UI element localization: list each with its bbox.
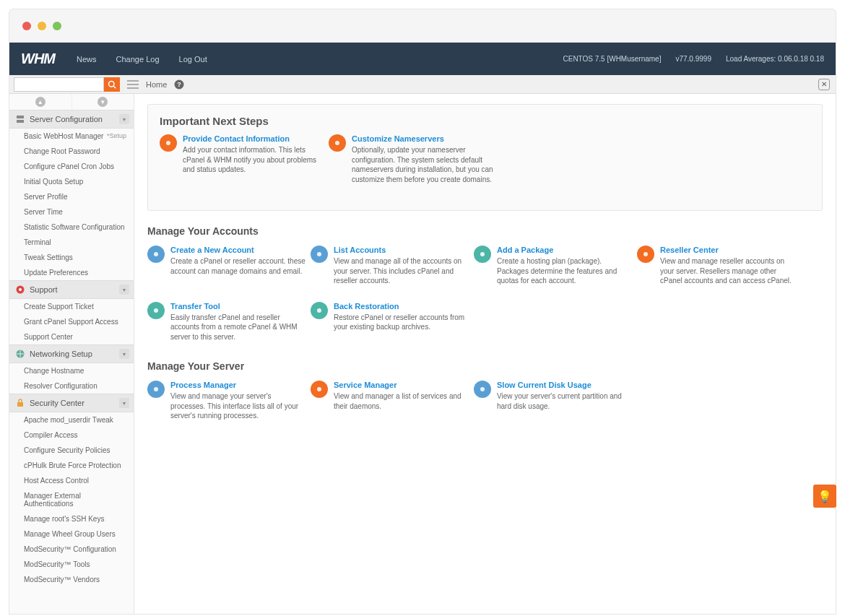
card-acc-1: List AccountsView and manage all of the … [311, 246, 471, 286]
search-input[interactable] [14, 77, 104, 92]
gear-icon [329, 134, 346, 152]
sidebar-item-0-9[interactable]: Update Preferences [9, 265, 134, 280]
card-desc: View and manager a list of services and … [334, 391, 471, 411]
sidebar-item-3-5[interactable]: Manager External Authentications [9, 488, 134, 511]
card-desc: View and manage your server's processes.… [170, 391, 308, 421]
toolbar-close[interactable]: ✕ [818, 79, 830, 90]
card-title[interactable]: Slow Current Disk Usage [497, 381, 634, 389]
sidebar-item-3-3[interactable]: cPHulk Brute Force Protection [9, 458, 134, 473]
card-title[interactable]: Customize Nameservers [352, 134, 495, 143]
list-icon [311, 246, 328, 263]
svg-point-15 [154, 252, 158, 256]
window-close-button[interactable] [22, 22, 31, 30]
card-srv-0: Process ManagerView and manage your serv… [147, 381, 308, 421]
help-fab[interactable]: 💡 [813, 485, 836, 508]
sidebar-item-3-6[interactable]: Manage root's SSH Keys [9, 511, 134, 526]
sidebar-group-0[interactable]: Server Configuration▼ [9, 110, 134, 129]
status-os: CENTOS 7.5 [WHMusername] [563, 55, 661, 63]
card-title[interactable]: Add a Package [497, 246, 634, 254]
sidebar-collapse-down[interactable]: ▼ [72, 94, 134, 110]
svg-rect-12 [17, 402, 23, 407]
transfer-icon [147, 302, 165, 319]
card-acc-3: Reseller CenterView and manage reseller … [637, 246, 797, 286]
card-desc: View and manage all of the accounts on y… [334, 256, 471, 286]
card-acc-2: Add a PackageCreate a hosting plan (pack… [474, 246, 634, 286]
sidebar-item-0-5[interactable]: Server Time [9, 204, 134, 220]
menu-toggle[interactable] [127, 80, 139, 89]
svg-point-10 [19, 288, 22, 291]
chevron-up-icon: ▲ [38, 99, 43, 105]
sidebar-item-1-2[interactable]: Support Center [9, 329, 134, 344]
next-steps-panel: Important Next Steps Provide Contact Inf… [147, 104, 823, 211]
sidebar-item-0-2[interactable]: Configure cPanel Cron Jobs [9, 159, 134, 174]
sidebar-item-tag: *Setup [107, 132, 126, 139]
sidebar-item-0-1[interactable]: Change Root Password [9, 144, 134, 159]
sidebar-group-title: Server Configuration [30, 115, 103, 123]
main-content: Important Next Steps Provide Contact Inf… [134, 94, 836, 614]
nav-news[interactable]: News [77, 55, 97, 64]
sidebar-item-1-1[interactable]: Grant cPanel Support Access [9, 314, 134, 329]
status-load: Load Averages: 0.06.0.18 0.18 [726, 55, 824, 63]
server-heading: Manage Your Server [147, 360, 823, 372]
svg-line-1 [113, 86, 116, 88]
card-acc-4: Transfer ToolEasily transfer cPanel and … [147, 302, 308, 342]
sidebar-item-3-8[interactable]: ModSecurity™ Configuration [9, 542, 134, 557]
card-title[interactable]: Transfer Tool [170, 302, 308, 311]
window-minimize-button[interactable] [38, 22, 46, 30]
card-desc: Optionally, update your nameserver confi… [352, 145, 495, 184]
sidebar-item-3-1[interactable]: Compiler Access [9, 428, 134, 443]
svg-point-20 [317, 308, 321, 313]
sidebar-item-0-3[interactable]: Initial Quota Setup [9, 174, 134, 189]
chevron-down-icon: ▼ [100, 99, 105, 105]
card-title[interactable]: Create a New Account [170, 246, 308, 254]
breadcrumb[interactable]: Home [146, 80, 167, 89]
card-title[interactable]: Process Manager [170, 381, 308, 389]
card-title[interactable]: Service Manager [334, 381, 471, 389]
sidebar-item-3-0[interactable]: Apache mod_userdir Tweak [9, 412, 134, 428]
svg-point-18 [644, 252, 648, 256]
svg-text:?: ? [178, 81, 182, 88]
sidebar-item-1-0[interactable]: Create Support Ticket [9, 299, 134, 314]
search-icon [108, 80, 116, 89]
sidebar-item-0-7[interactable]: Terminal [9, 235, 134, 250]
sidebar-group-1[interactable]: Support▼ [9, 280, 134, 299]
card-title[interactable]: List Accounts [334, 246, 471, 254]
search-button[interactable] [104, 77, 120, 92]
sidebar-item-0-6[interactable]: Statistic Software Configuration [9, 220, 134, 235]
sidebar-group-3[interactable]: Security Center▼ [9, 394, 134, 412]
sidebar-item-0-8[interactable]: Tweak Settings [9, 250, 134, 265]
nav-log-out[interactable]: Log Out [179, 55, 207, 64]
card-desc: Create a cPanel or reseller account. the… [170, 256, 308, 276]
sidebar-item-2-1[interactable]: Resolver Configuration [9, 378, 134, 394]
sidebar-collapse-up[interactable]: ▲ [9, 94, 72, 110]
status-bar: CENTOS 7.5 [WHMusername] v77.0.9999 Load… [563, 55, 824, 63]
sidebar-item-0-4[interactable]: Server Profile [9, 189, 134, 204]
status-version: v77.0.9999 [675, 55, 711, 63]
card-title[interactable]: Provide Contact Information [183, 134, 326, 143]
sidebar-item-3-9[interactable]: ModSecurity™ Tools [9, 557, 134, 572]
svg-point-16 [317, 252, 321, 256]
sidebar-item-3-7[interactable]: Manage Wheel Group Users [9, 526, 134, 542]
card-title[interactable]: Reseller Center [660, 246, 797, 254]
server-icon [15, 114, 25, 124]
window-maximize-button[interactable] [53, 22, 61, 30]
card-title[interactable]: Back Restoration [334, 302, 471, 311]
sidebar-group-2[interactable]: Networking Setup▼ [9, 344, 134, 363]
sidebar-item-3-10[interactable]: ModSecurity™ Vendors [9, 572, 134, 587]
restore-icon [311, 302, 328, 319]
card-desc: View your server's current partition and… [497, 391, 634, 411]
sidebar-group-title: Networking Setup [30, 350, 92, 358]
card-desc: Add your contact information. This lets … [183, 145, 326, 175]
sidebar-item-3-4[interactable]: Host Access Control [9, 473, 134, 488]
help-button[interactable]: ? [174, 79, 184, 90]
sidebar-group-title: Security Center [30, 399, 84, 407]
next-steps-heading: Important Next Steps [160, 115, 810, 127]
sidebar-item-0-0[interactable]: Basic WebHost Manager*Setup [9, 129, 134, 144]
svg-point-14 [335, 141, 339, 145]
chevron-down-icon: ▼ [119, 285, 129, 295]
sidebar-item-2-0[interactable]: Change Hostname [9, 363, 134, 378]
card-srv-2: Slow Current Disk UsageView your server'… [474, 381, 634, 421]
svg-point-13 [166, 141, 170, 145]
sidebar-item-3-2[interactable]: Configure Security Policies [9, 443, 134, 458]
nav-change-log[interactable]: Change Log [116, 55, 160, 64]
